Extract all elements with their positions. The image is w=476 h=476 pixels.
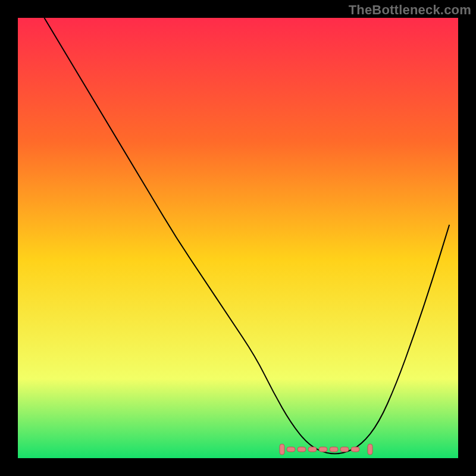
svg-rect-6 xyxy=(330,447,338,452)
svg-rect-4 xyxy=(308,447,317,452)
svg-rect-7 xyxy=(340,447,349,452)
svg-rect-5 xyxy=(319,447,327,452)
watermark-text: TheBottleneck.com xyxy=(349,2,471,18)
svg-rect-1 xyxy=(368,444,372,455)
svg-rect-0 xyxy=(280,444,284,455)
svg-rect-8 xyxy=(351,447,359,452)
chart-stage: TheBottleneck.com xyxy=(0,0,476,476)
svg-rect-3 xyxy=(298,447,306,452)
svg-rect-2 xyxy=(287,447,295,452)
bottleneck-chart xyxy=(0,0,476,476)
